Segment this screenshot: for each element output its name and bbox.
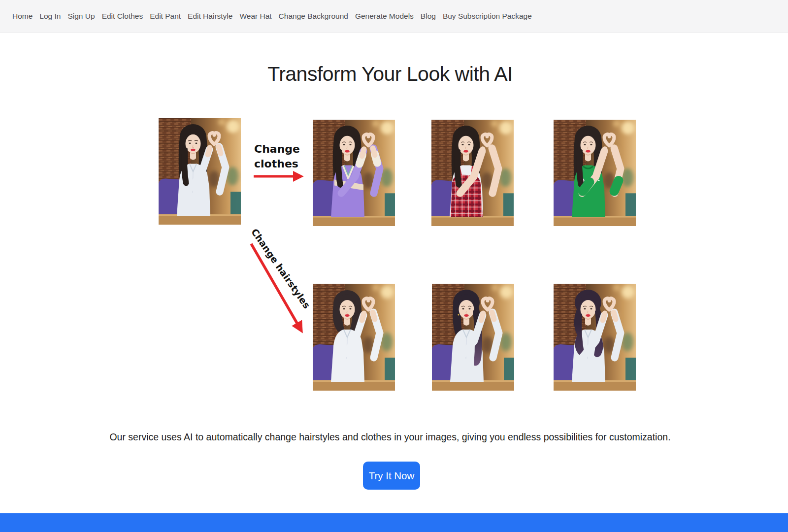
page: HomeLog InSign UpEdit ClothesEdit PantEd… [0, 0, 788, 532]
service-description: Our service uses AI to automatically cha… [0, 432, 780, 443]
top-navigation: HomeLog InSign UpEdit ClothesEdit PantEd… [0, 0, 788, 33]
nav-link-edit-pant[interactable]: Edit Pant [150, 12, 181, 21]
nav-link-buy-subscription-package[interactable]: Buy Subscription Package [443, 12, 532, 21]
try-it-now-button[interactable]: Try It Now [363, 462, 420, 490]
nav-link-edit-clothes[interactable]: Edit Clothes [102, 12, 143, 21]
change-clothes-label: Change clothes [254, 142, 300, 171]
nav-link-edit-hairstyle[interactable]: Edit Hairstyle [188, 12, 232, 21]
photo-hairstyle-variant-1 [313, 284, 395, 391]
nav-link-log-in[interactable]: Log In [39, 12, 61, 21]
nav-link-generate-models[interactable]: Generate Models [355, 12, 414, 21]
page-title: Transform Your Look with AI [0, 63, 780, 86]
change-hairstyles-arrow-icon [246, 239, 318, 350]
footer-bar [0, 513, 788, 532]
photo-clothes-variant-2 [431, 120, 514, 226]
photo-clothes-variant-1 [313, 120, 395, 226]
photo-clothes-variant-3 [554, 120, 636, 226]
nav-link-wear-hat[interactable]: Wear Hat [239, 12, 271, 21]
photo-hairstyle-variant-3 [554, 284, 636, 391]
nav-link-change-background[interactable]: Change Background [279, 12, 348, 21]
photo-hairstyle-variant-2 [432, 284, 514, 391]
change-clothes-label-line2: clothes [254, 157, 300, 171]
nav-link-sign-up[interactable]: Sign Up [67, 12, 95, 21]
nav-link-blog[interactable]: Blog [421, 12, 436, 21]
change-clothes-arrow-icon [252, 170, 311, 182]
nav-link-home[interactable]: Home [12, 12, 33, 21]
change-clothes-label-line1: Change [254, 142, 300, 157]
original-photo [159, 118, 241, 225]
